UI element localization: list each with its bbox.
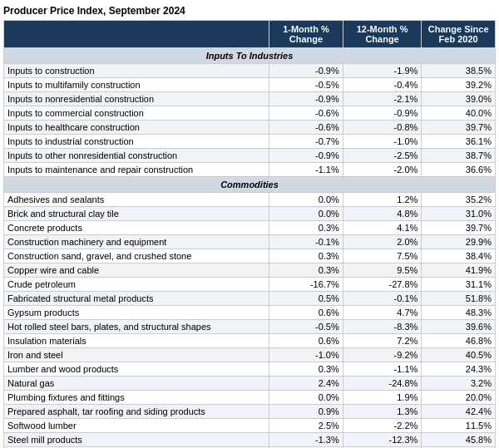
table-row: Gypsum products0.6%4.7%48.3% — [4, 306, 496, 320]
row-col1: -16.7% — [269, 278, 343, 292]
row-label: Iron and steel — [4, 348, 269, 362]
table-row: Inputs to multifamily construction-0.5%-… — [4, 78, 496, 92]
table-row: Inputs to other nonresidential construct… — [4, 149, 496, 163]
row-col2: 7.2% — [343, 334, 422, 348]
row-col1: 0.0% — [269, 193, 343, 207]
row-col3: 41.9% — [422, 263, 496, 278]
row-label: Inputs to industrial construction — [4, 135, 269, 149]
row-label: Prepared asphalt, tar roofing and siding… — [4, 405, 269, 419]
table-row: Inputs to construction-0.9%-1.9%38.5% — [4, 64, 496, 78]
row-col1: 0.0% — [269, 391, 343, 405]
row-label: Inputs to multifamily construction — [4, 78, 269, 92]
row-col3: 36.1% — [422, 135, 496, 149]
row-col2: -27.8% — [343, 278, 422, 292]
row-col2: -8.3% — [343, 320, 422, 334]
row-label: Copper wire and cable — [4, 263, 269, 278]
row-label: Lumber and wood products — [4, 362, 269, 377]
row-col3: 36.6% — [422, 163, 496, 177]
row-col1: 0.9% — [269, 405, 343, 419]
table-row: Iron and steel-1.0%-9.2%40.5% — [4, 348, 496, 362]
table-row: Inputs to nonresidential construction-0.… — [4, 92, 496, 106]
row-label: Inputs to other nonresidential construct… — [4, 149, 269, 163]
row-col2: 1.9% — [343, 391, 422, 405]
row-col3: 42.4% — [422, 405, 496, 419]
row-col3: 29.9% — [422, 235, 496, 249]
row-label: Natural gas — [4, 377, 269, 391]
row-col1: 0.6% — [269, 306, 343, 320]
row-col2: -12.3% — [343, 433, 422, 447]
header-label — [4, 21, 269, 48]
row-label: Softwood lumber — [4, 419, 269, 433]
row-col1: -1.3% — [269, 433, 343, 447]
row-col1: 0.3% — [269, 221, 343, 235]
row-label: Fabricated structural metal products — [4, 292, 269, 306]
row-col1: 0.3% — [269, 362, 343, 377]
row-col3: 39.2% — [422, 78, 496, 92]
header-col3: Change Since Feb 2020 — [422, 21, 496, 48]
row-col2: -0.1% — [343, 292, 422, 306]
row-col2: -1.9% — [343, 64, 422, 78]
table-row: Inputs to healthcare construction-0.6%-0… — [4, 121, 496, 135]
row-col1: -0.9% — [269, 149, 343, 163]
row-col3: 39.0% — [422, 92, 496, 106]
row-col2: -0.9% — [343, 106, 422, 121]
row-col1: 0.3% — [269, 249, 343, 263]
row-col1: -0.9% — [269, 64, 343, 78]
row-label: Inputs to maintenance and repair constru… — [4, 163, 269, 177]
row-col3: 39.7% — [422, 121, 496, 135]
table-row: Adhesives and sealants0.0%1.2%35.2% — [4, 193, 496, 207]
row-col1: -0.7% — [269, 135, 343, 149]
table-row: Prepared asphalt, tar roofing and siding… — [4, 405, 496, 419]
section-header-0: Inputs To Industries — [4, 48, 496, 64]
table-row: Plumbing fixtures and fittings0.0%1.9%20… — [4, 391, 496, 405]
row-col3: 39.7% — [422, 221, 496, 235]
table-row: Brick and structural clay tile0.0%4.8%31… — [4, 207, 496, 221]
row-label: Inputs to construction — [4, 64, 269, 78]
row-col3: 31.1% — [422, 278, 496, 292]
row-col2: 9.5% — [343, 263, 422, 278]
table-row: Inputs to commercial construction-0.6%-0… — [4, 106, 496, 121]
table-row: Fabricated structural metal products0.5%… — [4, 292, 496, 306]
row-col3: 40.0% — [422, 106, 496, 121]
row-col1: 0.5% — [269, 292, 343, 306]
row-col1: -0.1% — [269, 235, 343, 249]
row-col3: 38.7% — [422, 149, 496, 163]
row-label: Hot rolled steel bars, plates, and struc… — [4, 320, 269, 334]
row-col3: 3.2% — [422, 377, 496, 391]
row-col2: -24.8% — [343, 377, 422, 391]
row-col3: 24.3% — [422, 362, 496, 377]
page-wrapper: Producer Price Index, September 2024 1-M… — [0, 0, 499, 448]
header-col1: 1-Month % Change — [269, 21, 343, 48]
table-row: Hot rolled steel bars, plates, and struc… — [4, 320, 496, 334]
row-label: Construction sand, gravel, and crushed s… — [4, 249, 269, 263]
table-row: Concrete products0.3%4.1%39.7% — [4, 221, 496, 235]
row-col3: 39.6% — [422, 320, 496, 334]
row-label: Inputs to commercial construction — [4, 106, 269, 121]
row-col1: -0.5% — [269, 320, 343, 334]
row-col1: -0.5% — [269, 78, 343, 92]
row-col2: 4.7% — [343, 306, 422, 320]
table-row: Lumber and wood products0.3%-1.1%24.3% — [4, 362, 496, 377]
row-label: Brick and structural clay tile — [4, 207, 269, 221]
table-row: Insulation materials0.6%7.2%46.8% — [4, 334, 496, 348]
row-col1: -0.9% — [269, 92, 343, 106]
row-col3: 35.2% — [422, 193, 496, 207]
row-col2: 1.3% — [343, 405, 422, 419]
row-col1: -1.0% — [269, 348, 343, 362]
row-col2: -2.0% — [343, 163, 422, 177]
table-row: Construction sand, gravel, and crushed s… — [4, 249, 496, 263]
row-col2: -2.2% — [343, 419, 422, 433]
ppi-table: 1-Month % Change 12-Month % Change Chang… — [3, 20, 496, 448]
table-row: Natural gas2.4%-24.8%3.2% — [4, 377, 496, 391]
row-col2: -2.5% — [343, 149, 422, 163]
row-label: Insulation materials — [4, 334, 269, 348]
row-col2: -1.1% — [343, 362, 422, 377]
row-col3: 11.5% — [422, 419, 496, 433]
row-label: Crude petroleum — [4, 278, 269, 292]
row-label: Inputs to nonresidential construction — [4, 92, 269, 106]
row-col2: 4.1% — [343, 221, 422, 235]
row-col1: -1.1% — [269, 163, 343, 177]
row-label: Steel mill products — [4, 433, 269, 447]
row-col3: 20.0% — [422, 391, 496, 405]
row-col2: -0.4% — [343, 78, 422, 92]
